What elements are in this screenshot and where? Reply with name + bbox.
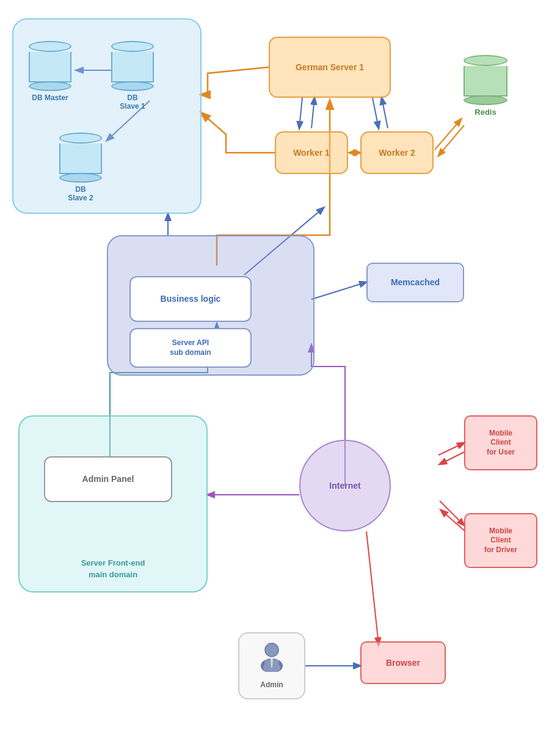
- business-logic: Business logic: [129, 276, 252, 322]
- internet: Internet: [299, 440, 391, 531]
- memcached-label: Memcached: [391, 277, 440, 288]
- server-api-label: Server APIsub domain: [170, 338, 211, 357]
- mobile-driver-label: MobileClientfor Driver: [484, 527, 517, 555]
- svg-line-17: [441, 510, 465, 531]
- db-master-label: DB Master: [29, 93, 71, 102]
- redis-label: Redis: [475, 108, 496, 117]
- db-slave2: DBSlave 2: [59, 133, 102, 202]
- admin-label: Admin: [260, 680, 283, 690]
- db-slave1: DBSlave 1: [111, 41, 154, 111]
- svg-line-3: [311, 98, 315, 128]
- business-logic-label: Business logic: [161, 293, 221, 304]
- admin-panel: Admin Panel: [44, 456, 172, 502]
- backend-cluster: Business logic Server APIsub domain: [107, 235, 315, 376]
- browser: Browser: [360, 641, 446, 684]
- worker2: Worker 2: [360, 131, 434, 174]
- german-server-label: German Server 1: [296, 62, 364, 73]
- svg-line-14: [438, 443, 464, 455]
- svg-line-2: [299, 98, 302, 128]
- svg-point-20: [265, 643, 278, 657]
- architecture-diagram: DB Master DBSlave 1 DBSlave 2 German Ser…: [0, 0, 560, 733]
- db-master: DB Master: [29, 41, 71, 102]
- svg-line-6: [435, 119, 461, 150]
- svg-line-9: [311, 282, 366, 299]
- svg-line-7: [438, 125, 464, 156]
- frontend-cluster: Admin Panel Server Front-endmain domain: [18, 415, 208, 593]
- svg-line-15: [440, 452, 464, 464]
- svg-line-4: [373, 98, 379, 128]
- admin-person: Admin: [238, 632, 305, 699]
- worker2-label: Worker 2: [379, 147, 415, 158]
- mobile-client-driver: MobileClientfor Driver: [464, 513, 537, 568]
- memcached: Memcached: [366, 263, 464, 302]
- german-server: German Server 1: [269, 37, 391, 98]
- frontend-domain-label: Server Front-endmain domain: [20, 557, 206, 580]
- mobile-user-label: MobileClientfor User: [487, 429, 515, 458]
- db-slave2-label: DBSlave 2: [59, 185, 102, 202]
- worker1: Worker 1: [275, 131, 348, 174]
- browser-label: Browser: [386, 657, 420, 668]
- redis: Redis: [458, 61, 513, 110]
- svg-line-16: [440, 501, 464, 525]
- internet-label: Internet: [329, 480, 360, 491]
- mobile-client-user: MobileClientfor User: [464, 415, 537, 470]
- db-slave1-label: DBSlave 1: [111, 93, 154, 111]
- svg-line-18: [366, 531, 379, 644]
- db-cluster-container: DB Master DBSlave 1 DBSlave 2: [12, 18, 202, 214]
- admin-icon: [257, 641, 286, 678]
- server-api: Server APIsub domain: [129, 328, 252, 368]
- worker1-label: Worker 1: [293, 147, 330, 158]
- svg-line-5: [382, 98, 388, 128]
- admin-panel-label: Admin Panel: [82, 473, 134, 484]
